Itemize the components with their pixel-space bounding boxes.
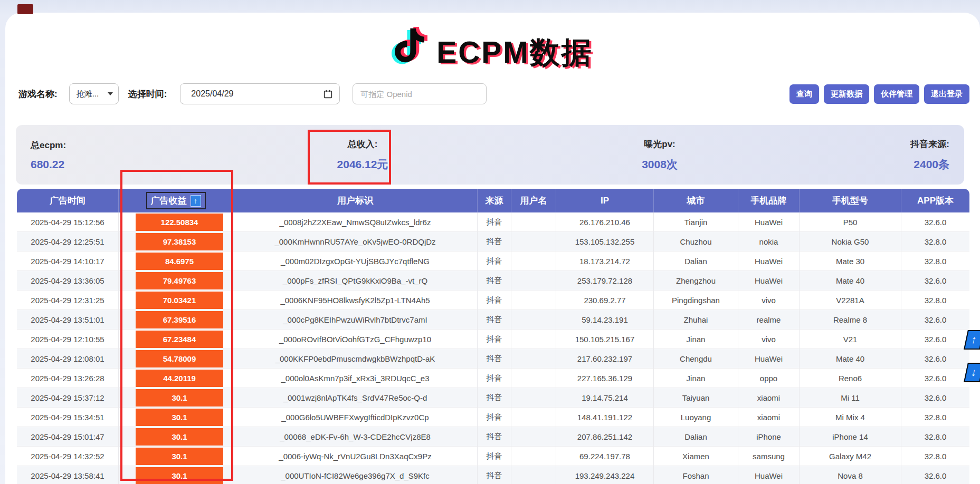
cell-source: 抖音 [478,369,511,388]
cell-brand: xiaomi [738,408,800,427]
cell-ip: 150.105.215.167 [556,330,654,349]
cell-revenue: 30.1 [119,447,233,466]
cell-time: 2025-04-29 13:26:28 [17,369,119,388]
cell-ip: 227.165.36.129 [556,369,654,388]
header-label: 手机型号 [832,195,868,207]
cell-brand: HuaWei [738,349,800,368]
header-label: 广告时间 [50,195,85,207]
cell-version: 32.6.0 [901,212,969,231]
cell-uid: _000m02DIzgxOpGt-YUjSBGJYc7qtfleNG [233,251,478,270]
cell-city: Chuzhou [654,232,738,251]
cell-time: 2025-04-29 13:58:41 [17,466,119,484]
cell-revenue: 67.23484 [119,330,233,349]
header-label: 城市 [687,195,705,207]
cell-revenue: 122.50834 [119,212,233,231]
stat-value: 3008次 [642,157,678,172]
table-header-row: 广告时间广告收益↑用户标识来源用户名IP城市手机品牌手机型号APP版本 [17,189,969,212]
page-title: ECPM数据 [436,24,593,67]
logout-button[interactable]: 退出登录 [924,84,969,104]
revenue-badge: 44.20119 [136,370,223,387]
stat-label: 总ecpm: [31,139,66,151]
cell-city: Taiyuan [654,388,738,407]
table-header-version: APP版本 [901,189,969,212]
cell-city: Luoyang [654,408,738,427]
table-row: 2025-04-29 12:25:5197.38153_000KmHwnnRU5… [17,232,969,251]
cell-brand: iPhone [738,427,800,446]
cell-ip: 230.69.2.77 [556,291,654,309]
cell-uid: _000KmHwnnRU57AYe_oKv5jwEO-0RDQjDz [233,232,478,251]
stats-bar: 总ecpm: 680.22 总收入: 2046.12元 曝光pv: 3008次 … [16,125,964,185]
date-input[interactable]: 2025/04/29 [180,83,340,104]
cell-source: 抖音 [478,447,511,466]
cell-time: 2025-04-29 15:12:56 [17,212,119,231]
revenue-badge: 30.1 [136,467,223,484]
cell-username [511,212,556,231]
cell-version: 32.6.0 [901,388,969,407]
cell-source: 抖音 [478,427,511,446]
cell-version: 32.8.0 [901,232,969,251]
cell-city: Dalian [654,251,738,270]
cell-time: 2025-04-29 15:01:47 [17,427,119,446]
cell-time: 2025-04-29 12:10:55 [17,330,119,349]
cell-brand: HuaWei [738,271,800,290]
revenue-sort-control[interactable]: 广告收益↑ [146,192,206,209]
cell-source: 抖音 [478,349,511,368]
tiktok-note-icon [387,18,432,73]
table-row: 2025-04-29 15:01:4730.1_00068_eDK-Fv-6h_… [17,427,969,447]
refresh-data-button[interactable]: 更新数据 [824,84,869,104]
cell-brand: HuaWei [738,251,800,270]
cell-version: 32.8.0 [901,427,969,446]
game-select[interactable]: 抢滩... [69,83,119,104]
table-row: 2025-04-29 12:10:5567.23484_000oROvIfBOt… [17,330,969,349]
revenue-badge: 67.39516 [136,311,223,328]
cell-time: 2025-04-29 12:08:01 [17,349,119,368]
cell-username [511,291,556,309]
cell-source: 抖音 [478,251,511,270]
cell-source: 抖音 [478,212,511,231]
cell-model: V2281A [800,291,901,309]
openid-input[interactable] [353,83,487,104]
cell-ip: 217.60.232.197 [556,349,654,368]
toolbar-buttons: 查询 更新数据 伙伴管理 退出登录 [789,84,969,104]
partner-manage-button[interactable]: 伙伴管理 [874,84,919,104]
cell-revenue: 67.39516 [119,310,233,329]
cell-uid: _00068_eDK-Fv-6h_W-3-CDE2hcCVjz8E8 [233,427,478,446]
cell-revenue: 79.49763 [119,271,233,290]
revenue-badge: 97.38153 [136,233,223,250]
header-label: 用户名 [520,195,547,207]
cell-source: 抖音 [478,291,511,309]
cell-version: 32.8.0 [901,408,969,427]
revenue-badge: 30.1 [136,448,223,465]
table-header-username: 用户名 [511,189,556,212]
up-arrow-icon: ↑ [970,334,978,346]
query-button[interactable]: 查询 [789,84,819,104]
game-name-label: 游戏名称: [18,88,58,100]
cell-username [511,388,556,407]
table-row: 2025-04-29 13:51:0167.39516_000cPg8KEIhP… [17,310,969,330]
cell-model: Galaxy M42 [800,447,901,466]
cell-username [511,330,556,349]
stat-value: 2400条 [914,157,949,172]
cell-ip: 253.179.72.128 [556,271,654,290]
cell-uid: _000UTIoN-fCI82We6ge396g7X_d_S9Kfc [233,466,478,484]
sort-ascending-icon[interactable]: ↑ [191,195,201,207]
cell-model: Mi Mix 4 [800,408,901,427]
table-header-city: 城市 [654,189,738,212]
calendar-icon [324,90,332,99]
table-header-source: 来源 [478,189,511,212]
cell-ip: 18.173.214.72 [556,251,654,270]
cell-username [511,232,556,251]
cell-time: 2025-04-29 12:25:51 [17,232,119,251]
cell-model: V21 [800,330,901,349]
date-value: 2025/04/29 [191,89,233,99]
cell-ip: 19.14.75.214 [556,388,654,407]
cell-uid: _000ol0AsKmn7p3if_xRx3i_3RDUqcC_e3 [233,369,478,388]
stat-total-income: 总收入: 2046.12元 [242,138,483,172]
data-table: 广告时间广告收益↑用户标识来源用户名IP城市手机品牌手机型号APP版本 2025… [17,189,969,484]
cell-username [511,310,556,329]
table-header-uid: 用户标识 [233,189,478,212]
cell-brand: HuaWei [738,466,800,484]
table-header-model: 手机型号 [800,189,901,212]
table-row: 2025-04-29 13:36:0579.49763_000pFs_zfRSI… [17,271,969,291]
stat-value: 680.22 [31,158,64,171]
